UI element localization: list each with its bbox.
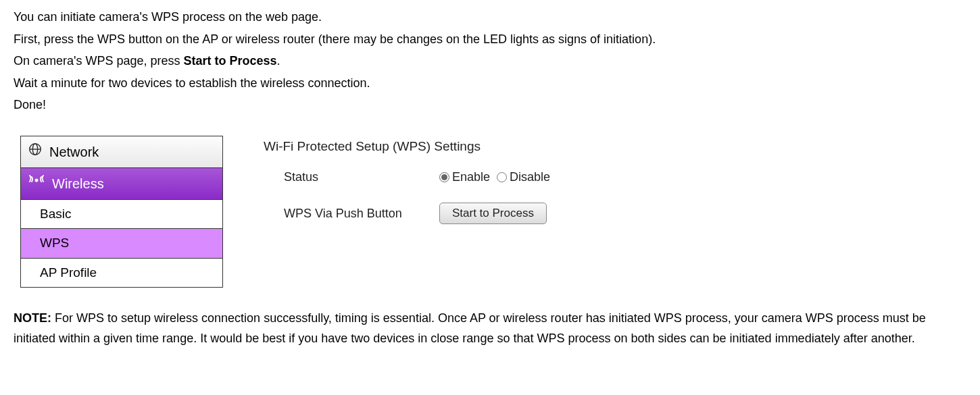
- note-block: NOTE: For WPS to setup wireless connecti…: [14, 308, 966, 349]
- note-label: NOTE:: [14, 311, 51, 325]
- status-label: Status: [264, 167, 439, 188]
- settings-screenshot: Network Wireless Basic WPS AP Profile Wi…: [20, 136, 966, 288]
- panel-title: Wi-Fi Protected Setup (WPS) Settings: [264, 136, 550, 157]
- sidebar-label: Wireless: [52, 172, 104, 195]
- push-button-label: WPS Via Push Button: [264, 203, 439, 224]
- sidebar-item-label: Basic: [40, 207, 71, 221]
- sidebar-nav: Network Wireless Basic WPS AP Profile: [20, 136, 223, 288]
- globe-icon: [28, 140, 43, 163]
- sidebar-label: Network: [49, 140, 99, 163]
- sidebar-section-network[interactable]: Network: [21, 136, 222, 168]
- start-to-process-button[interactable]: Start to Process: [439, 203, 547, 224]
- sidebar-item-label: AP Profile: [40, 265, 97, 280]
- radio-disable-input[interactable]: [497, 172, 507, 182]
- radio-enable-input[interactable]: [439, 172, 449, 182]
- push-button-row: WPS Via Push Button Start to Process: [264, 203, 550, 224]
- instruction-line: Wait a minute for two devices to establi…: [14, 73, 966, 94]
- sidebar-section-wireless[interactable]: Wireless: [21, 168, 222, 200]
- instructions-block: You can initiate camera's WPS process on…: [14, 7, 966, 115]
- note-text: NOTE: For WPS to setup wireless connecti…: [14, 308, 966, 349]
- wps-settings-panel: Wi-Fi Protected Setup (WPS) Settings Sta…: [264, 136, 550, 239]
- sidebar-item-label: WPS: [40, 236, 69, 250]
- instruction-line: Done!: [14, 95, 966, 115]
- radio-disable[interactable]: Disable: [497, 167, 550, 188]
- instruction-line: On camera's WPS page, press Start to Pro…: [14, 51, 966, 72]
- instruction-line: First, press the WPS button on the AP or…: [14, 29, 966, 50]
- sidebar-item-wps[interactable]: WPS: [21, 229, 222, 258]
- sidebar-item-basic[interactable]: Basic: [21, 200, 222, 229]
- svg-point-3: [35, 178, 39, 182]
- radio-enable[interactable]: Enable: [439, 167, 490, 188]
- sidebar-item-ap-profile[interactable]: AP Profile: [21, 259, 222, 288]
- status-row: Status Enable Disable: [264, 167, 550, 188]
- instruction-line: You can initiate camera's WPS process on…: [14, 7, 966, 28]
- status-radio-group: Enable Disable: [439, 167, 550, 188]
- wifi-icon: [28, 172, 45, 195]
